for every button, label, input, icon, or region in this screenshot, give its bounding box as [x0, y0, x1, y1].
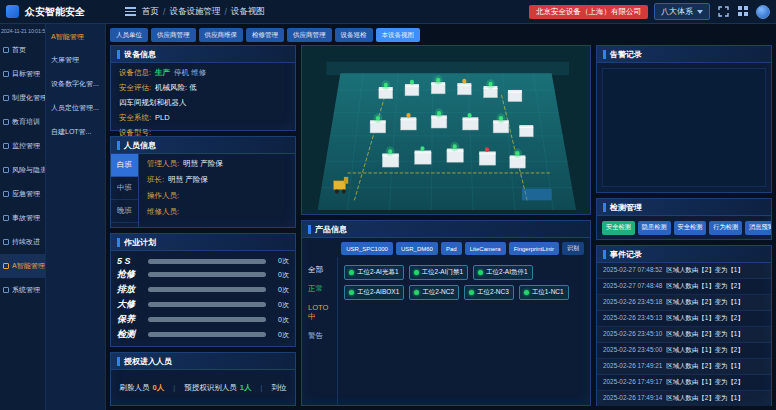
emergency-icon	[3, 191, 9, 197]
sidebar-item-monitoring[interactable]: 监控管理	[0, 134, 45, 158]
submenu-item-iot[interactable]: 自建LOT管...	[46, 120, 105, 144]
device-name-row: 四车间规划和机器人	[113, 97, 293, 109]
filter-loto[interactable]: LOTO中	[308, 303, 331, 322]
station-chip[interactable]: 工位1-NC1	[519, 285, 569, 300]
monitor-icon	[3, 143, 9, 149]
filter-all[interactable]: 全部	[308, 265, 331, 275]
user-avatar[interactable]	[756, 5, 770, 19]
foreman-row: 班长: 明慧 产险保	[141, 174, 293, 186]
breadcrumb-device-view[interactable]: 设备视图	[231, 6, 265, 18]
device-button-usr-spc1000[interactable]: USR_SPC1000	[341, 242, 393, 255]
maintainer-row: 维修人员:	[141, 206, 293, 218]
station-chip[interactable]: 工位2-NC2	[409, 285, 459, 300]
safety-detection-button-2[interactable]: 安全检测	[674, 221, 707, 235]
system-icon	[3, 287, 9, 293]
breadcrumb-device-mgmt[interactable]: 设备设施管理	[169, 6, 220, 18]
product-info-header: 产品信息	[302, 221, 590, 238]
face-scan-count: 刷脸人员 0人	[120, 383, 165, 393]
sidebar-item-emergency[interactable]: 应急管理	[0, 182, 45, 206]
safety-detection-button-1[interactable]: 安全检测	[602, 221, 635, 235]
submenu-item-device-digital[interactable]: 设备数字化管...	[46, 72, 105, 96]
institution-icon	[3, 95, 9, 101]
event-row[interactable]: 2025-02-26 23:45:13 区域人数由【1】变为【2】	[597, 311, 771, 327]
system-select[interactable]: 八大体系	[654, 3, 710, 20]
station-chip[interactable]: 工位2-NC3	[464, 285, 514, 300]
tab-device-inspection[interactable]: 设备巡检	[335, 28, 373, 42]
device-button-litecamera[interactable]: LiteCamera	[465, 242, 506, 255]
shift-tab-day[interactable]: 白班	[111, 154, 138, 177]
tab-overhaul-mgmt[interactable]: 检修管理	[246, 28, 284, 42]
panel-accent-icon	[117, 50, 120, 59]
sidebar-item-home[interactable]: 首页	[0, 38, 45, 62]
progress-bar[interactable]	[148, 332, 266, 337]
station-chip[interactable]: 工位2-AI急停1	[473, 265, 533, 280]
shift-tab-middle[interactable]: 中班	[111, 177, 138, 200]
submenu-header: A智能管理	[46, 24, 105, 48]
breadcrumb: 首页 / 设备设施管理 / 设备视图	[142, 6, 265, 18]
event-row[interactable]: 2025-02-27 07:48:52 区域人数由【2】变为【1】	[597, 263, 771, 279]
station-chip[interactable]: 工位2-AI光幕1	[344, 265, 404, 280]
alarm-records-empty-area	[602, 68, 766, 187]
panel-accent-icon	[603, 250, 606, 259]
status-dot-icon	[414, 290, 419, 295]
progress-bar[interactable]	[148, 259, 266, 264]
status-dot-icon	[349, 290, 354, 295]
apps-grid-icon[interactable]	[736, 5, 750, 19]
event-row[interactable]: 2025-02-26 23:45:00 区域人数由【1】变为【2】	[597, 343, 771, 359]
shift-tab-night[interactable]: 晚班	[111, 200, 138, 223]
progress-bar[interactable]	[148, 317, 266, 322]
tab-supplier-mgmt-1[interactable]: 供应商管理	[151, 28, 196, 42]
sidebar-item-system[interactable]: 系统管理	[0, 278, 45, 302]
factory-3d-view[interactable]	[301, 45, 591, 215]
chevron-down-icon	[697, 10, 703, 14]
sidebar-item-training[interactable]: 教育培训	[0, 110, 45, 134]
sidebar-item-institution[interactable]: 制度化管理	[0, 86, 45, 110]
menu-toggle-icon[interactable]	[125, 7, 136, 16]
device-button-usr-dm60[interactable]: USR_DM60	[396, 242, 438, 255]
work-plan-panel: 作业计划 5 S 0次 抢修 0次	[110, 233, 296, 347]
station-chip[interactable]: 工位2-AI门禁1	[409, 265, 469, 280]
hazard-detection-button[interactable]: 隐患检测	[638, 221, 671, 235]
sidebar-item-improvement[interactable]: 持续改进	[0, 230, 45, 254]
company-button[interactable]: 北京安全设备（上海）有限公司	[529, 5, 648, 19]
submenu-item-personnel-location[interactable]: 人员定位管理...	[46, 96, 105, 120]
sidebar-item-accident[interactable]: 事故管理	[0, 206, 45, 230]
progress-bar[interactable]	[148, 302, 266, 307]
sidebar-item-targets[interactable]: 目标管理	[0, 62, 45, 86]
risk-icon	[3, 167, 9, 173]
event-records-list[interactable]: 2025-02-27 07:48:52 区域人数由【2】变为【1】 2025-0…	[597, 263, 771, 406]
progress-bar[interactable]	[148, 287, 266, 292]
authorized-entry-header: 授权进入人员	[111, 353, 295, 370]
breadcrumb-home[interactable]: 首页	[142, 6, 159, 18]
event-records-header: 事件记录	[597, 246, 771, 263]
alarm-records-header: 告警记录	[597, 46, 771, 63]
event-row[interactable]: 2025-02-26 23:45:18 区域人数由【2】变为【1】	[597, 295, 771, 311]
detection-management-panel: 检测管理 安全检测 隐患检测 安全检测 行为检测 消息预警	[596, 198, 772, 240]
panel-accent-icon	[117, 141, 120, 150]
message-alert-button[interactable]: 消息预警	[745, 221, 771, 235]
recognize-button[interactable]: 识别	[562, 242, 584, 255]
submenu-item-screen-mgmt[interactable]: 大屏管理	[46, 48, 105, 72]
detection-management-header: 检测管理	[597, 199, 771, 216]
event-row[interactable]: 2025-02-26 17:49:21 区域人数由【2】变为【1】	[597, 359, 771, 375]
behavior-detection-button[interactable]: 行为检测	[709, 221, 742, 235]
station-chip[interactable]: 工位2-AIBOX1	[344, 285, 404, 300]
event-row[interactable]: 2025-02-26 23:45:10 区域人数由【2】变为【1】	[597, 327, 771, 343]
authorized-entry-panel: 授权进入人员 刷脸人员 0人 | 预授权识别人员 1人 |	[110, 352, 296, 406]
sidebar-item-ai-management[interactable]: A智能管理	[0, 254, 45, 278]
event-row[interactable]: 2025-02-26 17:49:17 区域人数由【1】变为【2】	[597, 375, 771, 391]
progress-bar[interactable]	[148, 272, 266, 277]
fullscreen-icon[interactable]	[716, 5, 730, 19]
event-row[interactable]: 2025-02-27 07:48:48 区域人数由【1】变为【2】	[597, 279, 771, 295]
tab-supplier-mgmt-2[interactable]: 供应商管理	[287, 28, 332, 42]
tab-personnel-unit[interactable]: 人员单位	[110, 28, 148, 42]
tab-supplier-maintenance[interactable]: 供应商维保	[199, 28, 244, 42]
device-button-pad[interactable]: Pad	[441, 242, 462, 255]
event-row[interactable]: 2025-02-26 17:49:14 区域人数由【2】变为【1】	[597, 391, 771, 406]
tab-device-view[interactable]: 本设备视图	[376, 28, 421, 42]
sidebar-item-risk[interactable]: 风险与隐患	[0, 158, 45, 182]
filter-warning[interactable]: 警告	[308, 331, 331, 341]
filter-normal[interactable]: 正常	[308, 284, 331, 294]
plan-row-maintenance: 保养 0次	[117, 313, 289, 326]
device-button-fingerprint[interactable]: FingerprintLintr	[509, 242, 559, 255]
